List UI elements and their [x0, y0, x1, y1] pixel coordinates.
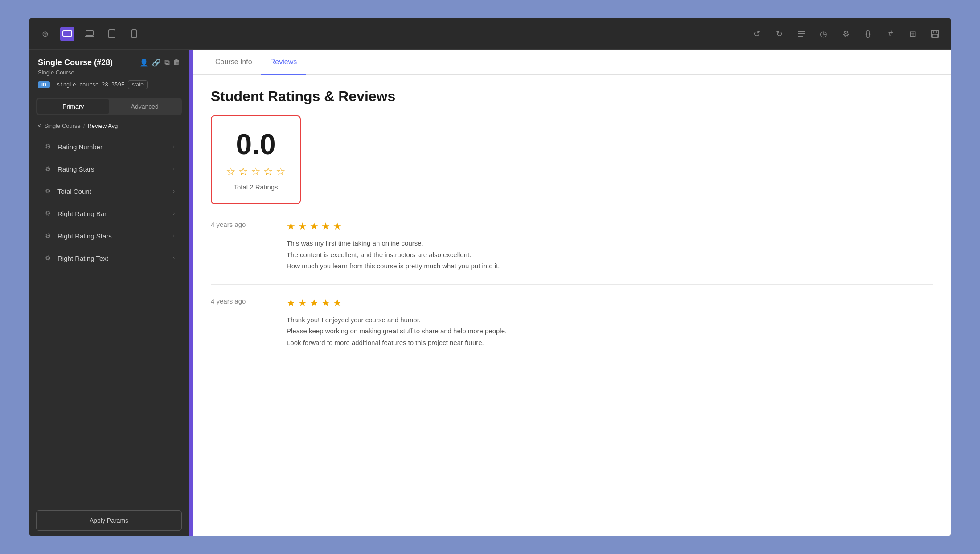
- rating-total-label: Total 2 Ratings: [226, 183, 286, 191]
- tab-advanced[interactable]: Advanced: [109, 99, 181, 114]
- gear-icon-6: ⚙: [43, 254, 52, 262]
- sidebar-title-icons: 👤 🔗 ⧉ 🗑: [139, 58, 180, 67]
- arrow-icon-2: ›: [173, 166, 175, 172]
- menu-item-rating-stars[interactable]: ⚙ Rating Stars ›: [36, 159, 182, 179]
- menu-label-right-rating-stars: Right Rating Stars: [57, 232, 168, 240]
- breadcrumb: < Single Course / Review Avg: [29, 119, 189, 133]
- add-icon[interactable]: ⊕: [38, 27, 52, 41]
- mobile-icon[interactable]: [127, 27, 141, 41]
- desktop-icon[interactable]: [60, 27, 74, 41]
- review-star-1-3: ★: [310, 221, 319, 232]
- svg-rect-14: [932, 34, 938, 37]
- save-icon[interactable]: [928, 27, 942, 41]
- preview-panel: Course Info Reviews Student Ratings & Re…: [193, 50, 951, 536]
- menu-item-rating-number[interactable]: ⚙ Rating Number ›: [36, 136, 182, 157]
- list-icon[interactable]: [794, 27, 808, 41]
- review-star-2-5: ★: [333, 297, 342, 309]
- review-card-2: 4 years ago ★ ★ ★ ★ ★ Thank you! I enjoy…: [211, 284, 933, 361]
- menu-item-right-rating-text[interactable]: ⚙ Right Rating Text ›: [36, 248, 182, 268]
- grid-icon[interactable]: #: [883, 27, 898, 41]
- breadcrumb-parent[interactable]: Single Course: [44, 123, 81, 129]
- undo-icon[interactable]: ↺: [750, 27, 764, 41]
- copy-icon[interactable]: ⧉: [164, 58, 169, 67]
- arrow-icon-1: ›: [173, 144, 175, 150]
- apply-params-button[interactable]: Apply Params: [36, 510, 182, 531]
- rating-number-display: 0.0: [226, 129, 286, 160]
- redo-icon[interactable]: ↻: [772, 27, 786, 41]
- gear-icon-5: ⚙: [43, 232, 52, 240]
- tab-reviews[interactable]: Reviews: [261, 50, 306, 75]
- delete-icon[interactable]: 🗑: [173, 58, 180, 67]
- review-star-1-2: ★: [298, 221, 307, 232]
- content-area: Single Course (#28) 👤 🔗 ⧉ 🗑 Single Cours…: [29, 50, 951, 536]
- gear-icon-3: ⚙: [43, 187, 52, 195]
- sidebar: Single Course (#28) 👤 🔗 ⧉ 🗑 Single Cours…: [29, 50, 189, 536]
- menu-item-total-count[interactable]: ⚙ Total Count ›: [36, 181, 182, 201]
- export-icon[interactable]: ⊞: [906, 27, 920, 41]
- sidebar-subtitle: Single Course: [38, 69, 180, 76]
- menu-label-rating-number: Rating Number: [57, 143, 168, 151]
- review-stars-2: ★ ★ ★ ★ ★: [287, 297, 933, 309]
- svg-rect-4: [86, 31, 93, 35]
- toolbar-right: ↺ ↻ ◷ ⚙ {} # ⊞: [750, 27, 942, 41]
- page-title: Student Ratings & Reviews: [211, 88, 933, 105]
- sidebar-title-row: Single Course (#28) 👤 🔗 ⧉ 🗑: [38, 58, 180, 67]
- sidebar-tabs: Primary Advanced: [36, 98, 182, 115]
- tab-primary[interactable]: Primary: [37, 99, 109, 114]
- review-star-1-1: ★: [287, 221, 295, 232]
- sidebar-title-text: Single Course (#28): [38, 58, 113, 67]
- review-text-2: Thank you! I enjoyed your course and hum…: [287, 314, 933, 349]
- gear-icon-4: ⚙: [43, 209, 52, 217]
- review-star-2-3: ★: [310, 297, 319, 309]
- menu-label-right-rating-text: Right Rating Text: [57, 254, 168, 262]
- arrow-icon-5: ›: [173, 233, 175, 239]
- svg-rect-0: [63, 31, 72, 36]
- breadcrumb-current: Review Avg: [87, 123, 118, 129]
- review-body-1: ★ ★ ★ ★ ★ This was my first time taking …: [287, 221, 933, 272]
- rating-stars-empty: ☆ ☆ ☆ ☆ ☆: [226, 165, 286, 178]
- review-stars-1: ★ ★ ★ ★ ★: [287, 221, 933, 232]
- toolbar-left: ⊕: [38, 27, 141, 41]
- star-4: ☆: [263, 165, 273, 178]
- resize-handle[interactable]: [189, 50, 193, 536]
- review-star-1-5: ★: [333, 221, 342, 232]
- review-text-1: This was my first time taking an online …: [287, 238, 933, 272]
- review-date-2: 4 years ago: [211, 297, 269, 349]
- review-star-2-4: ★: [321, 297, 330, 309]
- menu-label-rating-stars: Rating Stars: [57, 165, 168, 173]
- tablet-icon[interactable]: [105, 27, 119, 41]
- gear-icon-1: ⚙: [43, 143, 52, 151]
- toolbar: ⊕: [29, 18, 951, 50]
- menu-item-right-rating-stars[interactable]: ⚙ Right Rating Stars ›: [36, 226, 182, 246]
- star-3: ☆: [251, 165, 261, 178]
- code-icon[interactable]: {}: [861, 27, 875, 41]
- breadcrumb-back[interactable]: <: [38, 122, 41, 129]
- app-window: ⊕: [29, 18, 951, 536]
- arrow-icon-6: ›: [173, 255, 175, 261]
- review-card-1: 4 years ago ★ ★ ★ ★ ★ This was my first …: [211, 208, 933, 284]
- sidebar-header: Single Course (#28) 👤 🔗 ⧉ 🗑 Single Cours…: [29, 50, 189, 94]
- star-1: ☆: [226, 165, 236, 178]
- users-icon[interactable]: 👤: [139, 58, 148, 67]
- menu-label-right-rating-bar: Right Rating Bar: [57, 210, 168, 217]
- tab-course-info[interactable]: Course Info: [206, 50, 261, 75]
- clock-icon[interactable]: ◷: [816, 27, 831, 41]
- state-badge: state: [128, 80, 148, 89]
- link-icon[interactable]: 🔗: [152, 58, 161, 67]
- preview-content: Student Ratings & Reviews 0.0 ☆ ☆ ☆ ☆ ☆ …: [193, 75, 951, 536]
- laptop-icon[interactable]: [82, 27, 97, 41]
- arrow-icon-3: ›: [173, 188, 175, 194]
- settings-icon[interactable]: ⚙: [839, 27, 853, 41]
- menu-label-total-count: Total Count: [57, 188, 168, 195]
- review-star-1-4: ★: [321, 221, 330, 232]
- review-body-2: ★ ★ ★ ★ ★ Thank you! I enjoyed your cour…: [287, 297, 933, 349]
- svg-point-8: [134, 37, 135, 37]
- gear-icon-2: ⚙: [43, 165, 52, 173]
- star-2: ☆: [238, 165, 248, 178]
- menu-item-right-rating-bar[interactable]: ⚙ Right Rating Bar ›: [36, 203, 182, 224]
- id-value: -single-course-28-359E: [53, 82, 124, 88]
- rating-summary-card: 0.0 ☆ ☆ ☆ ☆ ☆ Total 2 Ratings: [211, 115, 301, 204]
- sidebar-menu: ⚙ Rating Number › ⚙ Rating Stars › ⚙ Tot…: [29, 133, 189, 505]
- arrow-icon-4: ›: [173, 210, 175, 217]
- star-5: ☆: [276, 165, 286, 178]
